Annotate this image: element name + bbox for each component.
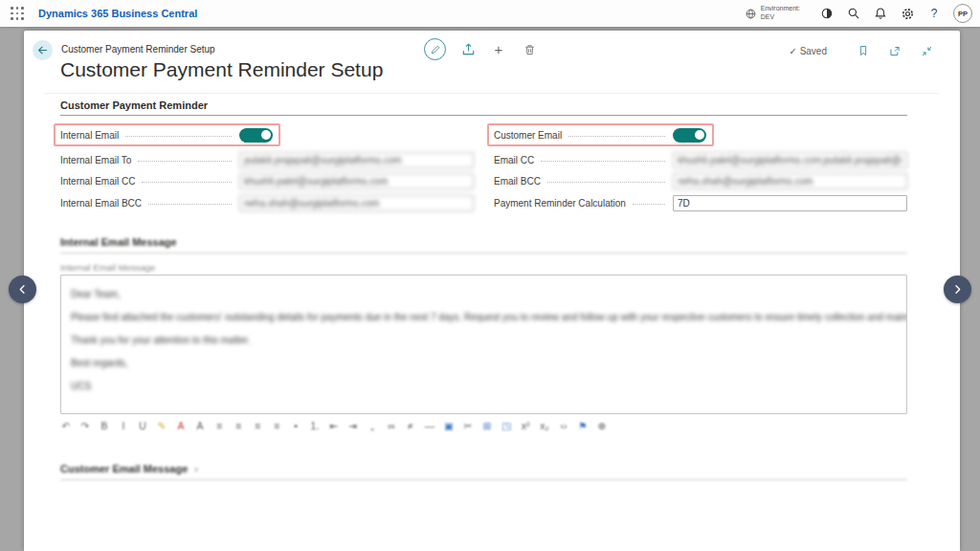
payment-reminder-calculation-input[interactable]	[673, 195, 907, 211]
environment-icon	[745, 8, 757, 20]
field-label: Internal Email CC	[60, 176, 135, 187]
bell-icon	[874, 7, 887, 20]
toolbar-font-color-icon[interactable]: A	[175, 419, 187, 432]
search-button[interactable]	[840, 0, 867, 27]
trash-icon	[523, 43, 536, 56]
fields-left-column: Internal Email Internal Email To Interna…	[60, 123, 474, 211]
toolbar-bullet-list-icon[interactable]: •	[290, 419, 301, 432]
internal-email-cc-input[interactable]	[239, 173, 474, 189]
new-button[interactable]: +	[490, 41, 507, 58]
field-internal-email: Internal Email	[60, 123, 474, 146]
back-button[interactable]	[33, 40, 53, 60]
toolbar-numbered-list-icon[interactable]: 1.	[309, 419, 321, 432]
toolbar-horizontal-rule-icon[interactable]: —	[424, 419, 435, 432]
toolbar-align-left-icon[interactable]: ≡	[213, 419, 225, 432]
toolbar-subscript-icon[interactable]: x₂	[539, 419, 550, 432]
toolbar-outdent-icon[interactable]: ⇤	[328, 419, 340, 432]
notifications-button[interactable]	[867, 0, 894, 27]
field-payment-reminder-calculation: Payment Reminder Calculation	[494, 195, 907, 211]
toolbar-copy-icon[interactable]: ◳	[501, 419, 512, 432]
toggle-knob	[695, 130, 704, 140]
waffle-menu-icon[interactable]	[10, 6, 25, 21]
toggle-knob	[261, 130, 271, 140]
message-line: Best regards,	[71, 358, 897, 368]
toolbar-flag-icon[interactable]: ⚑	[577, 419, 589, 432]
bookmark-button[interactable]	[855, 42, 872, 59]
editor-toolbar: ↶↷BIU✎AA≡≡≡≡•1.⇤⇥„∞≠—▣✂⊞◳x²x₂‹›⚑⊕	[60, 418, 907, 433]
toolbar-indent-icon[interactable]: ⇥	[347, 419, 359, 432]
toolbar-underline-icon[interactable]: U	[137, 419, 148, 432]
toolbar-blockquote-icon[interactable]: „	[367, 419, 378, 432]
field-label: Internal Email	[60, 130, 119, 141]
section-heading-label: Customer Email Message	[60, 463, 188, 474]
environment-label: Environment:	[761, 5, 800, 13]
internal-email-bcc-input[interactable]	[239, 195, 474, 211]
toolbar-font-size-icon[interactable]: A	[194, 419, 206, 432]
section-heading-customer-payment-reminder[interactable]: Customer Payment Reminder	[60, 99, 907, 116]
share-button[interactable]	[459, 41, 477, 58]
toolbar-table-icon[interactable]: ⊞	[481, 419, 493, 432]
email-cc-input[interactable]	[673, 152, 907, 168]
dotted-leader	[148, 204, 232, 205]
field-email-cc: Email CC	[494, 152, 907, 168]
settings-button[interactable]	[894, 0, 921, 27]
dotted-leader	[633, 204, 665, 205]
field-internal-email-bcc: Internal Email BCC	[60, 195, 474, 211]
collapse-button[interactable]	[918, 42, 935, 59]
avatar[interactable]: PP	[953, 4, 972, 23]
page-card: Customer Payment Reminder Setup +	[24, 31, 960, 551]
page-title: Customer Payment Reminder Setup	[60, 58, 383, 81]
dotted-leader	[125, 136, 232, 137]
next-record-button[interactable]	[944, 276, 971, 303]
customer-email-toggle[interactable]	[673, 128, 706, 143]
toolbar-align-right-icon[interactable]: ≡	[252, 419, 263, 432]
toolbar-bold-icon[interactable]: B	[99, 419, 110, 432]
fields-right-column: Customer Email Email CC Email BCC Paymen…	[494, 123, 907, 211]
popout-icon	[888, 45, 902, 57]
copilot-button[interactable]	[813, 0, 840, 27]
general-fields: Internal Email Internal Email To Interna…	[60, 123, 907, 211]
email-bcc-input[interactable]	[673, 173, 907, 189]
internal-email-to-input[interactable]	[239, 152, 474, 168]
share-icon	[461, 42, 476, 56]
edit-button[interactable]	[424, 38, 446, 60]
help-button[interactable]: ?	[921, 0, 947, 27]
section-heading-customer-email-message[interactable]: Customer Email Message ›	[60, 463, 907, 480]
toolbar-code-icon[interactable]: ‹›	[558, 419, 569, 432]
toolbar-expand-icon[interactable]: ⊕	[596, 419, 608, 432]
chevron-right-icon	[951, 283, 964, 296]
dotted-leader	[138, 161, 232, 162]
breadcrumb[interactable]: Customer Payment Reminder Setup	[61, 44, 215, 55]
chevron-right-icon: ›	[194, 463, 198, 474]
app-title[interactable]: Dynamics 365 Business Central	[38, 8, 197, 19]
bookmark-icon	[858, 44, 869, 57]
copilot-icon	[820, 7, 834, 20]
toolbar-link-icon[interactable]: ∞	[386, 419, 397, 432]
toolbar-image-icon[interactable]: ▣	[443, 419, 455, 432]
internal-email-message-editor[interactable]: Dear Team, Please find attached the cust…	[60, 275, 907, 414]
toolbar-italic-icon[interactable]: I	[118, 419, 129, 432]
toolbar-justify-icon[interactable]: ≡	[271, 419, 282, 432]
field-email-bcc: Email BCC	[494, 173, 907, 189]
app-bar: Dynamics 365 Business Central Environmen…	[0, 0, 980, 27]
back-arrow-icon	[36, 44, 49, 56]
toolbar-superscript-icon[interactable]: x²	[520, 419, 531, 432]
dotted-leader	[541, 161, 665, 162]
search-icon	[847, 7, 860, 20]
dotted-leader	[547, 182, 665, 183]
open-in-new-window-button[interactable]	[886, 42, 903, 59]
field-label: Customer Email	[494, 130, 562, 141]
toolbar-undo-icon[interactable]: ↶	[60, 419, 72, 432]
saved-label: Saved	[800, 46, 827, 56]
previous-record-button[interactable]	[9, 276, 36, 303]
message-line: Dear Team,	[71, 289, 897, 299]
toolbar-unlink-icon[interactable]: ≠	[405, 419, 416, 432]
section-heading-internal-email-message[interactable]: Internal Email Message	[60, 236, 907, 253]
toolbar-redo-icon[interactable]: ↷	[79, 419, 91, 432]
toolbar-highlight-icon[interactable]: ✎	[156, 419, 167, 432]
delete-button[interactable]	[521, 41, 538, 58]
internal-email-toggle[interactable]	[239, 128, 273, 143]
toolbar-align-center-icon[interactable]: ≡	[233, 419, 244, 432]
internal-email-message-label: Internal Email Message	[60, 262, 155, 273]
toolbar-cut-icon[interactable]: ✂	[462, 419, 474, 432]
